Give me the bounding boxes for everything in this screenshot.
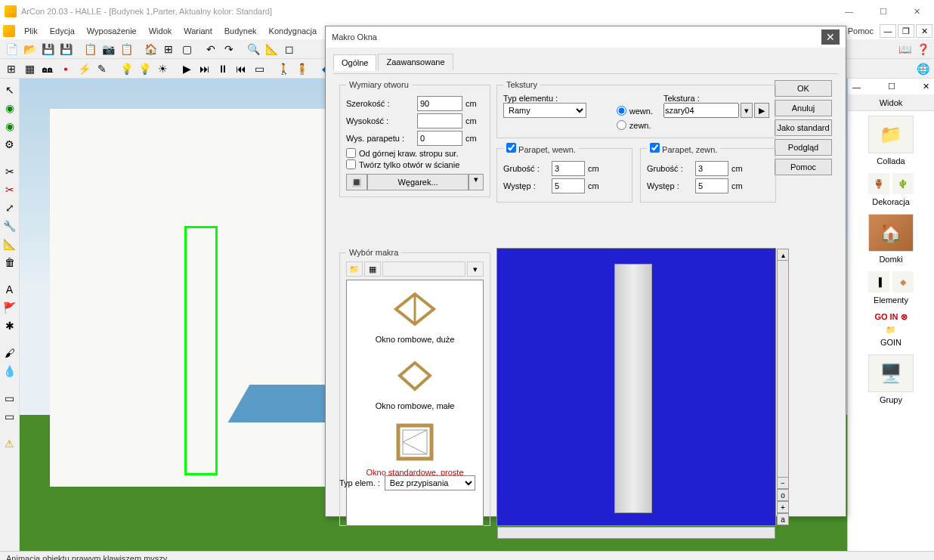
warn-icon[interactable]: ⚠ — [2, 435, 18, 452]
mdi-minimize-icon[interactable]: — — [880, 24, 896, 38]
cancel-button[interactable]: Anuluj — [775, 100, 832, 116]
wegarek-icon[interactable]: 🔳 — [346, 174, 367, 190]
makro-folder-icon[interactable]: 📁 — [346, 261, 363, 277]
catalogue-item-domki[interactable]: 🏠 Domki — [868, 214, 914, 264]
brush-icon[interactable]: 🖌 — [2, 345, 18, 361]
preview-minus-icon[interactable]: − — [777, 477, 789, 489]
cut2-icon[interactable]: ✂ — [2, 181, 18, 198]
new-icon[interactable]: 📄 — [3, 41, 20, 57]
catalogue-item-dekoracja[interactable]: 🏺🌵 Dekoracja — [868, 173, 914, 206]
person2-icon[interactable]: 🧍 — [293, 60, 310, 77]
play-icon[interactable]: ▶ — [178, 60, 195, 77]
pen-icon[interactable]: ✎ — [94, 60, 110, 77]
makro-dropdown-icon[interactable]: ▾ — [467, 261, 484, 277]
makro-grid-icon[interactable]: ▦ — [364, 261, 381, 277]
tab-zaawansowane[interactable]: Zaawansowane — [378, 54, 453, 70]
typ-elementu-select[interactable]: Ramy — [503, 103, 586, 118]
tekstura-go-icon[interactable]: ▶ — [754, 103, 769, 118]
stepfwd-icon[interactable]: ⏭ — [196, 60, 213, 77]
camera-icon[interactable]: 📷 — [100, 41, 116, 57]
grubosc-w-field[interactable] — [552, 161, 585, 176]
undo-icon[interactable]: ↶ — [203, 41, 219, 57]
ok-button[interactable]: OK — [775, 80, 832, 97]
person-icon[interactable]: 🚶 — [275, 60, 292, 77]
save-icon[interactable]: 💾 — [39, 41, 56, 57]
window-icon[interactable]: ⊞ — [160, 41, 177, 57]
tekstura-field[interactable] — [663, 103, 739, 118]
menu-budynek[interactable]: Budynek — [218, 25, 263, 37]
box-icon[interactable]: ◻ — [281, 41, 298, 57]
catalogue-minimize-icon[interactable]: — — [852, 82, 861, 91]
text-icon[interactable]: A — [2, 281, 18, 298]
bolt-icon[interactable]: ⚡ — [76, 60, 92, 77]
star-icon[interactable]: ✱ — [2, 317, 18, 334]
zoom-icon[interactable]: 🔍 — [245, 41, 261, 57]
copy-icon[interactable]: 📋 — [82, 41, 98, 57]
catalogue-item-elementy[interactable]: ▐◆ Elementy — [868, 271, 914, 305]
target2-icon[interactable]: ◉ — [2, 118, 18, 135]
preview-plus-icon[interactable]: + — [777, 501, 789, 513]
target1-icon[interactable]: ◉ — [2, 100, 18, 116]
flag-icon[interactable]: 🚩 — [2, 299, 18, 316]
open-icon[interactable]: 📂 — [21, 41, 38, 57]
sun-icon[interactable]: ☀ — [154, 60, 171, 77]
chk-parapet-wewn[interactable] — [506, 143, 516, 153]
tab-ogolne[interactable]: Ogólne — [333, 54, 376, 71]
maximize-button[interactable]: ☐ — [866, 0, 900, 23]
catalogue-close-icon[interactable]: ✕ — [923, 82, 929, 91]
lamp2-icon[interactable]: 💡 — [136, 60, 153, 77]
menu-wyposazenie[interactable]: Wyposażenie — [81, 25, 143, 37]
measure-icon[interactable]: 📐 — [263, 41, 280, 57]
preview-scroll-h[interactable] — [497, 527, 775, 539]
wystep-w-field[interactable] — [552, 178, 585, 193]
menu-widok[interactable]: Widok — [143, 25, 178, 37]
menu-edycja[interactable]: Edycja — [44, 25, 81, 37]
menu-pomoc[interactable]: Pomoc — [842, 25, 880, 37]
parapet-field[interactable] — [417, 131, 462, 146]
catalogue-item-grupy[interactable]: 🖥️ Grupy — [868, 354, 914, 404]
house-icon[interactable]: 🏠 — [142, 41, 159, 57]
menu-wariant[interactable]: Wariant — [178, 25, 218, 37]
grubosc-z-field[interactable] — [695, 161, 728, 176]
minimize-button[interactable]: — — [832, 0, 866, 23]
makro-item-rombowe-male[interactable]: Okno rombowe, małe — [353, 353, 477, 410]
mdi-restore-icon[interactable]: ❐ — [898, 24, 914, 38]
preview-zero-icon[interactable]: o — [777, 489, 789, 501]
help-icon[interactable]: ❓ — [914, 41, 931, 57]
wegarek-button[interactable]: Węgarek... — [367, 174, 469, 190]
redo-icon[interactable]: ↷ — [221, 41, 237, 57]
layers-icon[interactable]: ▦ — [21, 60, 38, 77]
tekstura-dropdown-icon[interactable]: ▾ — [741, 103, 753, 118]
radio-wewn[interactable] — [617, 106, 626, 116]
cut-icon[interactable]: ✂ — [2, 163, 18, 180]
menu-plik[interactable]: Plik — [18, 25, 44, 37]
color1-icon[interactable]: ▪ — [57, 60, 74, 77]
dialog-close-icon[interactable]: ✕ — [821, 29, 840, 45]
globe-icon[interactable]: 🌐 — [914, 60, 931, 77]
makro-item-standardowe[interactable]: Okno standardowe, proste — [353, 419, 477, 477]
grid-icon[interactable]: ⊞ — [3, 60, 20, 77]
standard-button[interactable]: Jako standard — [775, 119, 832, 136]
pause-icon[interactable]: ⏸ — [215, 60, 231, 77]
menu-kondygnacja[interactable]: Kondygnacja — [263, 25, 323, 37]
catalogue-maximize-icon[interactable]: ☐ — [888, 82, 895, 91]
dropper-icon[interactable]: 💧 — [2, 363, 18, 379]
book-icon[interactable]: 📖 — [896, 41, 913, 57]
szerokosc-field[interactable] — [417, 96, 462, 111]
typ-elem-select[interactable]: Bez przypisania — [385, 475, 475, 490]
makro-item-rombowe-duze[interactable]: Okno rombowe, duże — [353, 286, 477, 344]
catalogue-item-collada[interactable]: 📁 Collada — [868, 116, 914, 166]
preview-viewport[interactable]: ▴ − o + a — [496, 248, 776, 526]
preview-a-icon[interactable]: a — [777, 513, 789, 525]
close-button[interactable]: ✕ — [900, 0, 934, 23]
chk-parapet-zewn[interactable] — [650, 143, 660, 153]
ruler-icon[interactable]: 📐 — [2, 236, 18, 252]
pointer-icon[interactable]: ↖ — [2, 82, 18, 98]
tool1-icon[interactable]: ▭ — [2, 390, 18, 407]
paste-icon[interactable]: 📋 — [118, 41, 135, 57]
wysokosc-field[interactable] — [417, 113, 462, 128]
preview-up-icon[interactable]: ▴ — [777, 249, 789, 261]
catalogue-item-goin[interactable]: GO IN ⊗ 📁 GOIN — [874, 312, 907, 347]
scale-icon[interactable]: ⤢ — [2, 200, 18, 216]
chk-otwor[interactable] — [346, 159, 356, 169]
